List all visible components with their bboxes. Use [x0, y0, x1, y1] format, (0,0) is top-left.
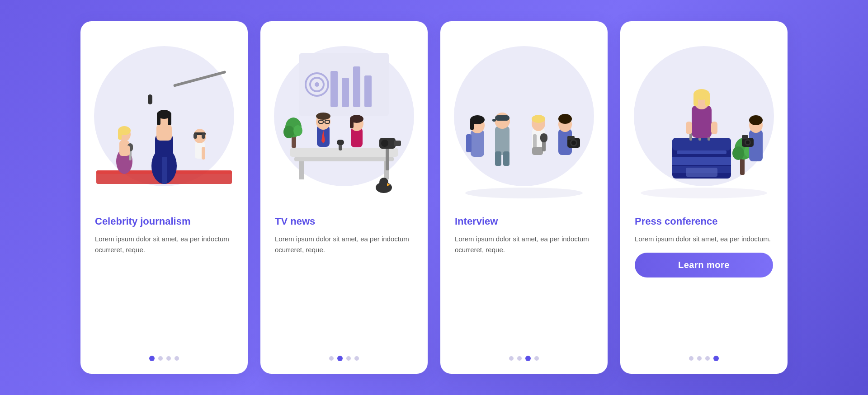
card4-content: Press conference Lorem ipsum dolor sit a… [620, 211, 788, 361]
svg-rect-22 [202, 133, 205, 139]
card-press-conference: Press conference Lorem ipsum dolor sit a… [620, 21, 788, 374]
svg-rect-66 [466, 134, 472, 152]
card3-content: Interview Lorem ipsum dolor sit amet, ea… [440, 211, 608, 361]
svg-rect-71 [495, 151, 501, 166]
svg-point-41 [293, 125, 302, 136]
svg-rect-16 [168, 113, 171, 125]
svg-rect-28 [342, 78, 349, 107]
card2-illustration [260, 21, 428, 211]
svg-rect-34 [290, 148, 398, 157]
svg-rect-30 [364, 75, 372, 107]
card2-title: TV news [275, 216, 413, 227]
card2-dots [275, 348, 413, 361]
card1-title: Celebrity journalism [95, 216, 233, 227]
dot-1-2[interactable] [158, 356, 163, 361]
svg-rect-89 [672, 138, 731, 150]
card1-dots [95, 348, 233, 361]
svg-rect-21 [193, 133, 197, 139]
svg-rect-58 [394, 141, 401, 146]
svg-point-57 [381, 140, 388, 147]
svg-point-113 [749, 115, 763, 125]
svg-rect-90 [672, 157, 731, 165]
cards-container: Celebrity journalism Lorem ipsum dolor s… [80, 21, 788, 374]
svg-rect-104 [705, 94, 710, 106]
svg-point-118 [641, 188, 767, 198]
dot-4-1[interactable] [689, 356, 693, 361]
learn-more-button[interactable]: Learn more [635, 253, 773, 277]
svg-rect-70 [492, 119, 496, 122]
svg-rect-25 [202, 147, 205, 160]
svg-rect-69 [495, 115, 509, 121]
svg-point-116 [746, 141, 750, 144]
card-interview: Interview Lorem ipsum dolor sit amet, ea… [440, 21, 608, 374]
dot-2-1[interactable] [329, 356, 334, 361]
svg-rect-72 [503, 151, 509, 166]
svg-rect-52 [350, 118, 354, 128]
card-celebrity-journalism: Celebrity journalism Lorem ipsum dolor s… [80, 21, 248, 374]
svg-rect-77 [532, 147, 543, 155]
svg-rect-105 [686, 122, 692, 134]
dot-3-2[interactable] [517, 356, 522, 361]
svg-rect-86 [567, 136, 575, 140]
svg-rect-117 [742, 135, 748, 139]
card3-title: Interview [455, 216, 593, 227]
card4-svg [632, 26, 776, 207]
svg-rect-103 [693, 94, 698, 106]
dot-2-2[interactable] [337, 356, 343, 361]
card4-dots [635, 348, 773, 361]
dot-3-4[interactable] [534, 356, 539, 361]
svg-rect-9 [126, 146, 130, 155]
svg-rect-36 [299, 161, 304, 179]
dot-3-3[interactable] [525, 356, 531, 361]
dot-2-3[interactable] [346, 356, 351, 361]
card3-dots [455, 348, 593, 361]
card3-text: Lorem ipsum dolor sit amet, ea per indoc… [455, 234, 593, 255]
card3-illustration [440, 21, 608, 211]
card-tv-news: TV news Lorem ipsum dolor sit amet, ea p… [260, 21, 428, 374]
svg-rect-15 [157, 113, 160, 125]
svg-rect-17 [162, 157, 167, 184]
svg-rect-35 [294, 157, 394, 161]
card2-content: TV news Lorem ipsum dolor sit amet, ea p… [260, 211, 428, 361]
card1-svg [92, 26, 236, 207]
card1-text: Lorem ipsum dolor sit amet, ea per indoc… [95, 234, 233, 255]
card3-svg [452, 26, 596, 207]
svg-point-75 [532, 115, 545, 123]
dot-1-1[interactable] [149, 356, 155, 361]
svg-rect-106 [711, 122, 717, 134]
svg-rect-92 [677, 150, 726, 154]
card2-svg [272, 26, 416, 207]
svg-point-47 [316, 113, 330, 120]
svg-rect-62 [471, 130, 484, 157]
svg-rect-23 [173, 71, 226, 87]
svg-point-85 [571, 141, 576, 145]
svg-rect-27 [330, 71, 338, 107]
svg-point-40 [283, 126, 294, 138]
dot-4-4[interactable] [713, 356, 719, 361]
svg-rect-65 [470, 119, 474, 130]
card1-illustration [80, 21, 248, 211]
svg-point-109 [732, 146, 744, 160]
svg-rect-29 [353, 66, 360, 107]
svg-rect-67 [495, 126, 509, 155]
dot-1-3[interactable] [166, 356, 171, 361]
dot-3-1[interactable] [509, 356, 514, 361]
svg-rect-6 [118, 130, 122, 140]
card4-text: Lorem ipsum dolor sit amet, ea per indoc… [635, 234, 773, 245]
card4-title: Press conference [635, 216, 773, 227]
card2-text: Lorem ipsum dolor sit amet, ea per indoc… [275, 234, 413, 255]
svg-rect-93 [686, 168, 717, 177]
svg-rect-100 [692, 105, 712, 138]
svg-point-82 [558, 114, 572, 124]
svg-rect-24 [148, 94, 152, 104]
dot-4-2[interactable] [697, 356, 702, 361]
svg-rect-54 [337, 140, 344, 145]
card4-illustration [620, 21, 788, 211]
card1-content: Celebrity journalism Lorem ipsum dolor s… [80, 211, 248, 361]
svg-rect-79 [540, 133, 547, 142]
svg-point-87 [465, 188, 583, 198]
svg-point-33 [315, 82, 319, 87]
dot-2-4[interactable] [354, 356, 359, 361]
dot-1-4[interactable] [175, 356, 179, 361]
dot-4-3[interactable] [705, 356, 710, 361]
